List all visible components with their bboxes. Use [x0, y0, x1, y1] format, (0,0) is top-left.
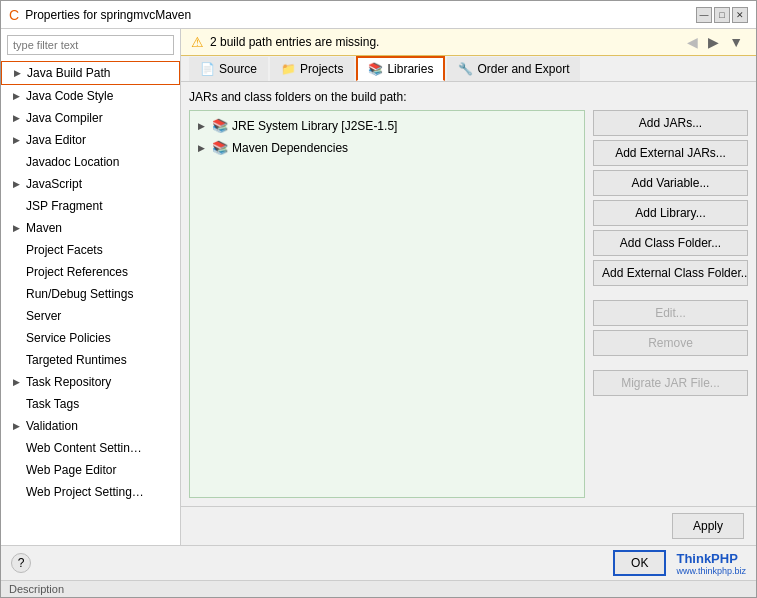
sidebar-item-java-editor[interactable]: ▶ Java Editor	[1, 129, 180, 151]
expand-arrow: ▶	[13, 109, 23, 127]
panel-body: ▶ 📚 JRE System Library [J2SE-1.5] ▶ 📚 Ma…	[189, 110, 748, 498]
sidebar-item-label: Server	[26, 307, 61, 325]
sidebar-item-project-references[interactable]: ▶ Project References	[1, 261, 180, 283]
sidebar-item-label: Targeted Runtimes	[26, 351, 127, 369]
brand-container: ThinkPHP www.thinkphp.biz	[676, 551, 746, 576]
add-variable-button[interactable]: Add Variable...	[593, 170, 748, 196]
help-button[interactable]: ?	[11, 553, 31, 573]
sidebar-item-label: Validation	[26, 417, 78, 435]
tree-item-jre-label: JRE System Library [J2SE-1.5]	[232, 117, 397, 135]
description-label: Description	[9, 583, 64, 595]
sidebar-item-service-policies[interactable]: ▶ Service Policies	[1, 327, 180, 349]
sidebar-item-java-code-style[interactable]: ▶ Java Code Style	[1, 85, 180, 107]
sidebar-item-javascript[interactable]: ▶ JavaScript	[1, 173, 180, 195]
nav-back-button[interactable]: ◀	[684, 33, 701, 51]
warning-message: 2 build path entries are missing.	[210, 35, 379, 49]
sidebar-item-targeted-runtimes[interactable]: ▶ Targeted Runtimes	[1, 349, 180, 371]
tab-source[interactable]: 📄 Source	[189, 57, 268, 81]
sidebar-item-web-page-editor[interactable]: ▶ Web Page Editor	[1, 459, 180, 481]
ok-button[interactable]: OK	[613, 550, 666, 576]
sidebar-item-project-facets[interactable]: ▶ Project Facets	[1, 239, 180, 261]
sidebar-item-label: Service Policies	[26, 329, 111, 347]
title-bar: C Properties for springmvcMaven — □ ✕	[1, 1, 756, 29]
tab-order-export[interactable]: 🔧 Order and Export	[447, 57, 580, 81]
remove-button[interactable]: Remove	[593, 330, 748, 356]
sidebar-item-label: Java Code Style	[26, 87, 113, 105]
footer-bar: ? OK ThinkPHP www.thinkphp.biz	[1, 545, 756, 580]
app-icon: C	[9, 7, 19, 23]
sidebar-item-label: JSP Fragment	[26, 197, 102, 215]
add-external-jars-button[interactable]: Add External JARs...	[593, 140, 748, 166]
sidebar-item-jsp-fragment[interactable]: ▶ JSP Fragment	[1, 195, 180, 217]
sidebar-item-label: Java Compiler	[26, 109, 103, 127]
expand-arrow: ▶	[13, 175, 23, 193]
window-controls: — □ ✕	[696, 7, 748, 23]
sidebar-item-label: Project Facets	[26, 241, 103, 259]
content-area: ▶ Java Build Path ▶ Java Code Style ▶ Ja…	[1, 29, 756, 545]
sidebar-item-label: Javadoc Location	[26, 153, 119, 171]
expand-arrow: ▶	[13, 417, 23, 435]
nav-arrows: ◀ ▶ ▼	[684, 33, 746, 51]
nav-menu-button[interactable]: ▼	[726, 33, 746, 51]
edit-button[interactable]: Edit...	[593, 300, 748, 326]
projects-tab-icon: 📁	[281, 62, 296, 76]
maximize-button[interactable]: □	[714, 7, 730, 23]
description-bar: Description	[1, 580, 756, 597]
sidebar-item-javadoc-location[interactable]: ▶ Javadoc Location	[1, 151, 180, 173]
footer-right: OK ThinkPHP www.thinkphp.biz	[613, 550, 746, 576]
search-input[interactable]	[7, 35, 174, 55]
sidebar-item-task-repository[interactable]: ▶ Task Repository	[1, 371, 180, 393]
title-bar-left: C Properties for springmvcMaven	[9, 7, 191, 23]
sidebar-list: ▶ Java Build Path ▶ Java Code Style ▶ Ja…	[1, 61, 180, 545]
maven-icon: 📚	[212, 139, 228, 157]
sidebar-item-java-compiler[interactable]: ▶ Java Compiler	[1, 107, 180, 129]
libraries-tab-icon: 📚	[368, 62, 383, 76]
sidebar-item-run-debug-settings[interactable]: ▶ Run/Debug Settings	[1, 283, 180, 305]
close-button[interactable]: ✕	[732, 7, 748, 23]
tab-projects-label: Projects	[300, 62, 343, 76]
sidebar-item-web-project-settings[interactable]: ▶ Web Project Setting…	[1, 481, 180, 503]
sidebar-item-label: Task Tags	[26, 395, 79, 413]
warning-bar: ⚠ 2 build path entries are missing. ◀ ▶ …	[181, 29, 756, 56]
order-export-tab-icon: 🔧	[458, 62, 473, 76]
expand-arrow: ▶	[13, 373, 23, 391]
tree-item-jre[interactable]: ▶ 📚 JRE System Library [J2SE-1.5]	[194, 115, 580, 137]
expand-arrow: ▶	[13, 219, 23, 237]
warning-icon: ⚠	[191, 34, 204, 50]
tab-libraries[interactable]: 📚 Libraries	[356, 56, 445, 81]
sidebar-item-task-tags[interactable]: ▶ Task Tags	[1, 393, 180, 415]
minimize-button[interactable]: —	[696, 7, 712, 23]
add-library-button[interactable]: Add Library...	[593, 200, 748, 226]
sidebar-item-maven[interactable]: ▶ Maven	[1, 217, 180, 239]
tab-libraries-label: Libraries	[387, 62, 433, 76]
apply-button[interactable]: Apply	[672, 513, 744, 539]
brand-name: ThinkPHP	[676, 551, 746, 566]
tree-item-maven-label: Maven Dependencies	[232, 139, 348, 157]
sidebar-item-validation[interactable]: ▶ Validation	[1, 415, 180, 437]
sidebar-item-label: Task Repository	[26, 373, 111, 391]
source-tab-icon: 📄	[200, 62, 215, 76]
sidebar-item-label: Web Content Settin…	[26, 439, 142, 457]
tab-order-export-label: Order and Export	[477, 62, 569, 76]
sidebar-item-label: Java Build Path	[27, 64, 110, 82]
add-class-folder-button[interactable]: Add Class Folder...	[593, 230, 748, 256]
sidebar-item-java-build-path[interactable]: ▶ Java Build Path	[1, 61, 180, 85]
add-jars-button[interactable]: Add JARs...	[593, 110, 748, 136]
add-external-class-folder-button[interactable]: Add External Class Folder...	[593, 260, 748, 286]
nav-forward-button[interactable]: ▶	[705, 33, 722, 51]
sidebar-item-label: JavaScript	[26, 175, 82, 193]
sidebar-scroll-wrapper: ▶ Java Build Path ▶ Java Code Style ▶ Ja…	[1, 61, 180, 545]
libraries-tree[interactable]: ▶ 📚 JRE System Library [J2SE-1.5] ▶ 📚 Ma…	[189, 110, 585, 498]
sidebar-item-web-content-settings[interactable]: ▶ Web Content Settin…	[1, 437, 180, 459]
migrate-jar-button[interactable]: Migrate JAR File...	[593, 370, 748, 396]
sidebar-item-label: Run/Debug Settings	[26, 285, 133, 303]
window-title: Properties for springmvcMaven	[25, 8, 191, 22]
brand-url: www.thinkphp.biz	[676, 566, 746, 576]
tree-item-maven[interactable]: ▶ 📚 Maven Dependencies	[194, 137, 580, 159]
panel-description: JARs and class folders on the build path…	[189, 90, 748, 104]
sidebar-item-server[interactable]: ▶ Server	[1, 305, 180, 327]
tab-projects[interactable]: 📁 Projects	[270, 57, 354, 81]
tree-expand-arrow: ▶	[198, 139, 208, 157]
tabs-bar: 📄 Source 📁 Projects 📚 Libraries 🔧 Order …	[181, 56, 756, 82]
sidebar: ▶ Java Build Path ▶ Java Code Style ▶ Ja…	[1, 29, 181, 545]
